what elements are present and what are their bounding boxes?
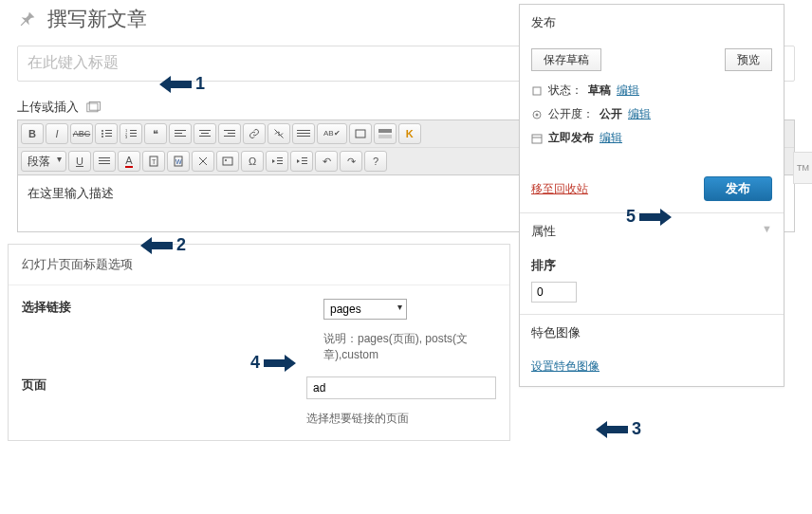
svg-rect-48	[532, 135, 542, 143]
quote-button[interactable]: ❝	[144, 123, 167, 144]
strike-button[interactable]: ABC	[70, 123, 93, 144]
svg-rect-11	[130, 133, 137, 134]
spellcheck-button[interactable]: AB✔	[317, 123, 347, 144]
media-icon[interactable]	[86, 101, 102, 114]
k-button[interactable]: K	[398, 123, 421, 144]
paste-word-button[interactable]: W	[167, 151, 190, 172]
outdent-button[interactable]	[266, 151, 288, 172]
text-color-button[interactable]: A	[118, 151, 140, 172]
status-edit-link[interactable]: 编辑	[617, 83, 639, 99]
italic-button[interactable]: I	[46, 123, 68, 144]
svg-rect-5	[105, 133, 112, 134]
redo-button[interactable]: ↷	[340, 151, 362, 172]
special-char-button[interactable]: Ω	[241, 151, 264, 172]
svg-point-38	[225, 159, 227, 161]
slide-options-box: 幻灯片页面标题选项 选择链接 pages 说明：pages(页面), posts…	[8, 244, 510, 441]
calendar-icon	[531, 133, 543, 144]
page-input[interactable]	[306, 376, 496, 399]
status-label: 状态：	[548, 83, 582, 99]
publish-sidebar: 发布 保存草稿 预览 状态： 草稿 编辑 公开度： 公开 编辑 立即发布 编辑	[519, 4, 784, 387]
more-break-button[interactable]	[292, 123, 315, 144]
indent-button[interactable]	[290, 151, 313, 172]
slide-options-heading: 幻灯片页面标题选项	[9, 245, 509, 285]
schedule-value: 立即发布	[548, 130, 594, 146]
help-button[interactable]: ?	[364, 151, 387, 172]
fullscreen-button[interactable]	[349, 123, 372, 144]
svg-rect-28	[378, 129, 392, 133]
preview-button[interactable]: 预览	[725, 48, 772, 71]
svg-text:3: 3	[125, 135, 128, 138]
ol-button[interactable]: 123	[120, 123, 142, 144]
status-icon	[531, 85, 543, 97]
svg-rect-27	[356, 130, 365, 138]
svg-rect-13	[130, 136, 137, 137]
align-right-button[interactable]	[218, 123, 241, 144]
order-input[interactable]	[531, 282, 577, 303]
save-draft-button[interactable]: 保存草稿	[531, 48, 601, 71]
align-justify-button[interactable]	[93, 151, 116, 172]
page-desc: 选择想要链接的页面	[306, 411, 496, 427]
page-title: 撰写新文章	[47, 6, 147, 32]
svg-rect-45	[533, 87, 541, 95]
trash-link[interactable]: 移至回收站	[531, 181, 588, 197]
svg-rect-31	[99, 160, 110, 161]
svg-point-47	[536, 113, 539, 116]
page-label: 页面	[22, 376, 289, 394]
kitchen-sink-button[interactable]	[374, 123, 397, 144]
schedule-edit-link[interactable]: 编辑	[600, 130, 622, 146]
svg-rect-20	[224, 130, 235, 131]
svg-rect-43	[302, 160, 307, 161]
status-value: 草稿	[588, 83, 611, 99]
editor-placeholder: 在这里输入描述	[28, 186, 114, 200]
undo-button[interactable]: ↶	[315, 151, 338, 172]
svg-rect-14	[175, 130, 186, 131]
svg-rect-19	[199, 136, 211, 137]
unlink-button[interactable]	[268, 123, 290, 144]
visibility-edit-link[interactable]: 编辑	[628, 106, 651, 122]
svg-rect-29	[378, 135, 392, 138]
svg-rect-15	[175, 133, 182, 134]
svg-rect-21	[228, 133, 235, 134]
align-center-button[interactable]	[194, 123, 216, 144]
bold-button[interactable]: B	[21, 123, 44, 144]
attrs-heading: 属性	[531, 224, 556, 238]
svg-rect-7	[105, 136, 112, 137]
visibility-icon	[531, 109, 543, 120]
insert-media-button[interactable]	[216, 151, 239, 172]
svg-rect-42	[302, 157, 307, 158]
svg-rect-18	[201, 133, 209, 134]
featured-heading: 特色图像	[520, 315, 784, 351]
pin-icon	[17, 9, 38, 29]
svg-rect-17	[199, 130, 211, 131]
set-featured-link[interactable]: 设置特色图像	[531, 359, 600, 373]
align-left-button[interactable]	[169, 123, 192, 144]
order-label: 排序	[531, 257, 772, 274]
svg-rect-44	[302, 163, 307, 164]
clear-format-button[interactable]	[192, 151, 214, 172]
svg-point-6	[102, 136, 103, 138]
link-button[interactable]	[243, 123, 266, 144]
svg-rect-37	[223, 157, 232, 165]
upload-insert-label: 上传或插入	[17, 99, 79, 116]
svg-rect-32	[99, 163, 110, 164]
paste-text-button[interactable]: T	[142, 151, 165, 172]
tm-badge: TM	[793, 152, 812, 184]
annot-3: 3	[596, 419, 641, 439]
svg-rect-22	[224, 136, 235, 137]
link-type-select[interactable]: pages	[323, 299, 407, 320]
select-link-label: 选择链接	[22, 299, 306, 316]
svg-rect-16	[175, 136, 186, 137]
ul-button[interactable]	[95, 123, 118, 144]
collapse-icon[interactable]: ▼	[762, 223, 772, 234]
svg-rect-40	[277, 160, 283, 161]
svg-rect-24	[297, 130, 310, 131]
svg-rect-9	[130, 130, 137, 131]
svg-rect-3	[105, 130, 112, 131]
format-select[interactable]: 段落	[21, 151, 66, 172]
underline-button[interactable]: U	[68, 151, 91, 172]
svg-text:T: T	[152, 158, 157, 165]
svg-text:W: W	[175, 158, 182, 165]
visibility-label: 公开度：	[548, 106, 594, 122]
publish-button[interactable]: 发布	[704, 176, 772, 201]
svg-point-2	[102, 130, 103, 132]
